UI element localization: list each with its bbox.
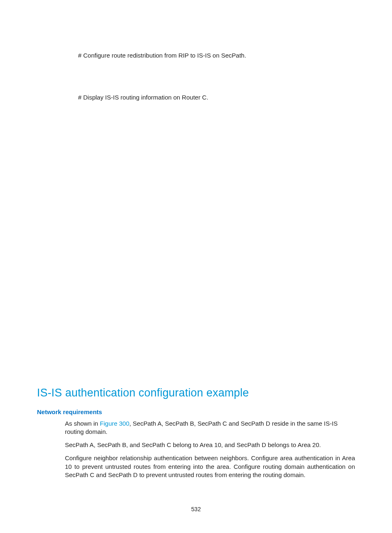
heading-network-requirements: Network requirements [37,408,355,415]
paragraph-configure: Configure neighbor relationship authenti… [65,454,355,479]
paragraph-as-shown: As shown in Figure 300, SecPath A, SecPa… [65,419,355,436]
text-fragment: As shown in [65,420,100,427]
paragraph-display-routing: # Display IS-IS routing information on R… [78,93,355,102]
paragraph-configure-redistribution: # Configure route redistribution from RI… [78,51,355,60]
spacer [37,107,355,387]
link-figure-300[interactable]: Figure 300 [100,420,129,427]
document-page: # Configure route redistribution from RI… [0,0,392,533]
heading-isis-auth-example: IS-IS authentication configuration examp… [37,387,355,399]
spacer [37,65,355,93]
paragraph-area: SecPath A, SecPath B, and SecPath C belo… [65,441,355,449]
page-number: 532 [0,506,392,512]
